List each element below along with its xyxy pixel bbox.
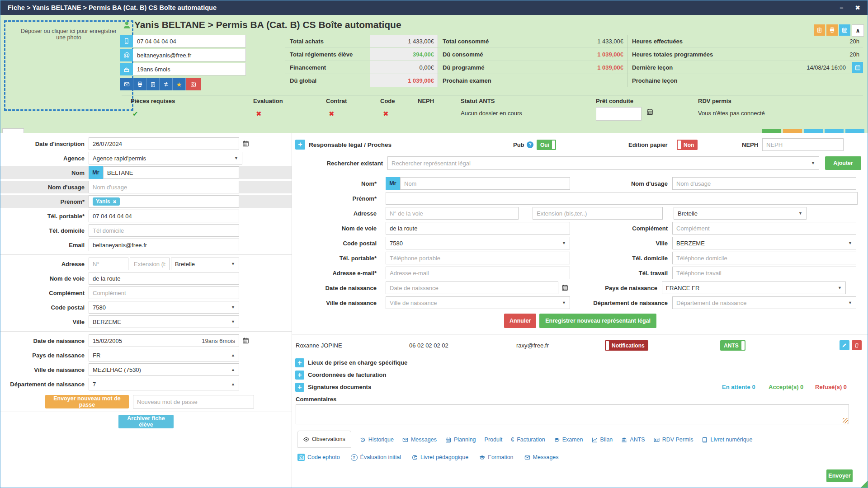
legal-date-naissance-input[interactable] xyxy=(386,282,558,294)
type-voie-select[interactable]: Bretelle▼ xyxy=(171,258,239,270)
tel-portable-input[interactable] xyxy=(89,210,239,222)
legal-email-input[interactable] xyxy=(386,267,570,279)
resize-corner[interactable] xyxy=(861,481,868,488)
email-input[interactable] xyxy=(89,239,239,251)
minimize-button[interactable]: – xyxy=(840,4,843,11)
tab-historique[interactable]: Historique xyxy=(360,432,394,448)
date-naissance-input[interactable]: 15/02/2005 19ans 6mois xyxy=(89,334,239,347)
tab-livret-pedagogique[interactable]: Livret pédagogique xyxy=(412,451,468,463)
cancel-legal-button[interactable]: Annuler xyxy=(504,314,536,328)
new-password-input[interactable] xyxy=(133,395,254,408)
tab-rdv-permis[interactable]: RDV Permis xyxy=(654,432,693,448)
print-button[interactable] xyxy=(133,78,146,90)
legal-tel-domicile-input[interactable] xyxy=(672,252,856,264)
add-legal-button[interactable]: Ajouter xyxy=(825,156,861,170)
date-inscription-input[interactable] xyxy=(89,137,239,150)
tab-livret-numerique[interactable]: Livret numérique xyxy=(702,432,752,448)
adresse-numero-input[interactable] xyxy=(89,258,128,270)
pret-conduite-input[interactable] xyxy=(596,107,642,121)
pays-naissance-select[interactable]: FR▲ xyxy=(89,349,239,361)
edit-legal-button[interactable] xyxy=(840,340,849,350)
favorite-button[interactable]: ★ xyxy=(173,78,186,90)
tab-messages[interactable]: Messages xyxy=(402,432,437,448)
nom-input[interactable] xyxy=(103,166,239,179)
send-mail-button[interactable] xyxy=(120,78,133,90)
send-password-button[interactable]: Envoyer nouveau mot de passe xyxy=(45,395,129,408)
pub-toggle[interactable]: Oui xyxy=(537,140,556,150)
tab-code-ephoto[interactable]: Code ephoto xyxy=(297,451,340,463)
legal-ville-naissance-select[interactable]: Ville de naissance▼ xyxy=(386,296,570,309)
tab-examen[interactable]: Examen xyxy=(554,432,583,448)
legal-civility-badge[interactable]: Mr xyxy=(386,177,400,190)
prenom-chip[interactable]: Yanis✖ xyxy=(93,197,120,206)
plus-icon[interactable]: + xyxy=(295,358,304,367)
save-legal-button[interactable]: Enregistrer nouveau représentant légal xyxy=(539,314,656,328)
legal-complement-input[interactable] xyxy=(672,222,856,235)
notes-button[interactable] xyxy=(146,78,160,90)
dept-naissance-select[interactable]: 7▲ xyxy=(89,378,239,390)
transfer-button[interactable] xyxy=(160,78,173,90)
notes-mini-button[interactable] xyxy=(814,24,825,36)
legal-code-postal-select[interactable]: 7580▼ xyxy=(386,237,570,249)
tab-ants[interactable]: ANTS xyxy=(621,432,645,448)
ants-toggle[interactable]: ANTS xyxy=(720,340,745,351)
plus-icon[interactable]: + xyxy=(295,371,304,380)
search-legal-select[interactable]: Rechercher représentant légal▼ xyxy=(387,156,819,170)
legal-ville-select[interactable]: BERZEME▼ xyxy=(672,237,856,249)
tab-observations[interactable]: Observations xyxy=(297,431,351,448)
tab-evaluation-initial[interactable]: ?Évaluation initial xyxy=(351,451,401,463)
tab-formation[interactable]: Formation xyxy=(479,451,513,463)
print-mini-button[interactable] xyxy=(826,24,838,36)
tab-planning[interactable]: Planning xyxy=(445,432,476,448)
legal-nom-input[interactable] xyxy=(400,177,570,190)
legal-adresse-extension-input[interactable] xyxy=(533,207,663,220)
plus-icon[interactable]: + xyxy=(295,140,305,150)
plus-icon[interactable]: + xyxy=(295,383,304,392)
legal-type-voie-select[interactable]: Bretelle▼ xyxy=(674,207,807,220)
section-billing[interactable]: + Coordonnées de facturation xyxy=(295,369,868,381)
agence-select[interactable]: Agence rapid'permis▼ xyxy=(89,152,242,164)
student-email[interactable]: beltaneyanis@free.fr xyxy=(133,49,246,61)
delete-legal-button[interactable] xyxy=(852,340,862,350)
section-pickup[interactable]: + Lieux de prise en charge spécifique xyxy=(295,357,868,369)
legal-nom-usage-input[interactable] xyxy=(672,177,856,190)
civility-badge[interactable]: Mr xyxy=(89,166,103,179)
help-icon[interactable]: ? xyxy=(527,141,533,148)
nom-voie-input[interactable] xyxy=(89,272,239,285)
archive-student-button[interactable]: Archiver fiche élève xyxy=(118,415,174,428)
notifications-badge[interactable]: Notifications xyxy=(605,340,648,351)
complement-input[interactable] xyxy=(89,286,239,299)
remove-icon[interactable]: ✖ xyxy=(113,199,116,204)
tab-produit[interactable]: Produit xyxy=(485,432,503,448)
ville-naissance-select[interactable]: MEZILHAC (7530)▲ xyxy=(89,363,239,376)
legal-prenom-input[interactable] xyxy=(386,192,858,205)
adresse-extension-input[interactable] xyxy=(130,258,170,270)
tab-facturation[interactable]: €Facturation xyxy=(511,432,545,448)
calendar-icon[interactable] xyxy=(242,337,249,345)
resize-grip[interactable] xyxy=(843,418,848,423)
calendar-icon[interactable] xyxy=(242,140,249,148)
derniere-lecon-calendar-button[interactable] xyxy=(852,62,863,73)
legal-tel-portable-input[interactable] xyxy=(386,252,570,264)
photo-dropzone[interactable]: Déposer ou cliquer ici pour enregistrer … xyxy=(4,20,133,111)
close-button[interactable]: ✖ xyxy=(855,4,860,11)
legal-pays-naissance-select[interactable]: FRANCE FR▼ xyxy=(662,282,846,294)
prenom-input[interactable]: Yanis✖ xyxy=(89,195,239,208)
ville-select[interactable]: BERZEME▼ xyxy=(89,315,239,328)
legal-dept-naissance-select[interactable]: Département de naissance▼ xyxy=(672,296,856,309)
comments-textarea[interactable] xyxy=(296,404,849,424)
calendar-icon[interactable] xyxy=(561,284,568,292)
tab-bilan[interactable]: Bilan xyxy=(592,432,613,448)
tab-messages-2[interactable]: Messages xyxy=(524,451,559,463)
section-signatures[interactable]: + Signatures documents En attente 0 Acce… xyxy=(295,381,868,393)
collapse-header-button[interactable]: ∧ xyxy=(852,24,864,37)
legal-nom-voie-input[interactable] xyxy=(386,222,570,235)
pret-conduite-calendar-icon[interactable] xyxy=(646,108,653,116)
code-postal-select[interactable]: 7580▼ xyxy=(89,301,239,314)
send-button[interactable]: Envoyer xyxy=(826,469,853,482)
tel-domicile-input[interactable] xyxy=(89,224,239,237)
student-phone[interactable]: 07 04 04 04 04 xyxy=(133,35,246,47)
nom-usage-input[interactable] xyxy=(89,181,239,193)
legal-tel-travail-input[interactable] xyxy=(672,267,856,279)
photo-button[interactable] xyxy=(186,78,201,90)
